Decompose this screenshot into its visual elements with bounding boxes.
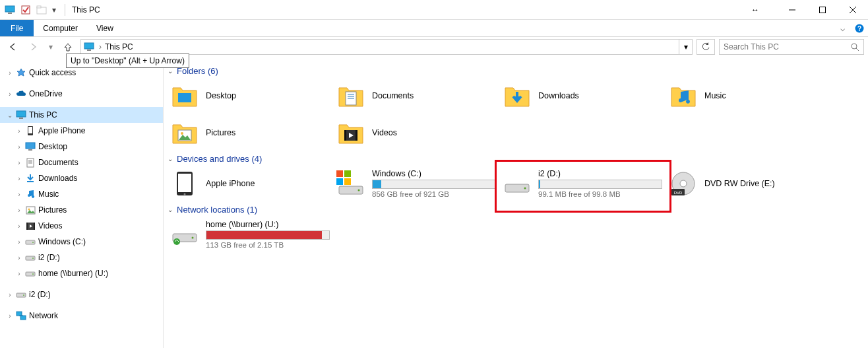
folder-item[interactable]: Videos	[334, 114, 500, 151]
star-icon	[15, 68, 28, 77]
tree-child-icon	[24, 254, 37, 261]
content-pane: ⌄ Folders (6) DesktopDocumentsDownloadsM…	[164, 58, 868, 348]
back-button[interactable]	[4, 39, 21, 55]
drive-item[interactable]: Apple iPhone	[168, 165, 334, 202]
drive-icon	[15, 291, 28, 298]
tree-child-icon	[24, 190, 37, 199]
svg-rect-11	[84, 43, 94, 49]
tree-onedrive[interactable]: › OneDrive	[0, 86, 163, 102]
tree-child[interactable]: ›Pictures	[0, 202, 163, 218]
tree-this-pc[interactable]: ⌄ This PC	[0, 107, 163, 123]
drive-sub: 856 GB free of 921 GB	[372, 190, 497, 198]
tree-child[interactable]: ›i2 (D:)	[0, 250, 163, 265]
tree-child-label: Desktop	[37, 142, 67, 151]
refresh-button[interactable]	[697, 39, 715, 55]
svg-rect-19	[26, 143, 35, 149]
folder-item[interactable]: Pictures	[168, 114, 334, 151]
ribbon-expand-button[interactable]: ⌵	[834, 20, 851, 36]
drive-item[interactable]: i2 (D:)99.1 MB free of 99.8 MB	[500, 165, 666, 202]
drive-icon	[503, 169, 532, 198]
tree-child[interactable]: ›home (\\burner) (U:)	[0, 265, 163, 281]
tree-child-icon	[24, 142, 37, 151]
group-folders-header[interactable]: ⌄ Folders (6)	[168, 66, 860, 76]
cloud-icon	[15, 90, 28, 98]
svg-rect-12	[87, 50, 91, 51]
qat-properties-icon[interactable]	[18, 3, 33, 17]
folder-item[interactable]: Documents	[334, 77, 500, 114]
drive-icon	[170, 169, 199, 198]
qat-customize-dropdown[interactable]: ▾	[50, 3, 58, 17]
capacity-bar	[372, 180, 496, 189]
svg-point-38	[23, 295, 24, 296]
svg-text:?: ?	[857, 25, 861, 32]
drive-label: Windows (C:)	[372, 169, 497, 178]
network-icon	[15, 311, 28, 320]
tab-view[interactable]: View	[87, 20, 123, 36]
svg-rect-50	[344, 130, 346, 141]
folder-icon	[170, 118, 199, 147]
svg-point-27	[28, 208, 30, 210]
svg-point-36	[32, 273, 34, 275]
search-input[interactable]: Search This PC	[719, 39, 864, 55]
folder-item[interactable]: Music	[666, 77, 832, 114]
netdrive-label: home (\\burner) (U:)	[206, 220, 331, 229]
svg-rect-18	[28, 127, 32, 133]
tree-i2-alt[interactable]: › i2 (D:)	[0, 287, 163, 302]
netdrive-item[interactable]: home (\\burner) (U:)113 GB free of 2.15 …	[168, 216, 334, 253]
svg-rect-53	[178, 174, 191, 192]
tree-child[interactable]: ›Videos	[0, 218, 163, 234]
drive-label: DVD RW Drive (E:)	[704, 179, 830, 188]
tree-child-label: Pictures	[37, 205, 67, 215]
folder-item[interactable]: Desktop	[168, 77, 334, 114]
tree-child[interactable]: ›Music	[0, 186, 163, 202]
tree-child-icon	[24, 125, 37, 136]
help-button[interactable]: ?	[851, 20, 868, 36]
up-tooltip: Up to "Desktop" (Alt + Up Arrow)	[66, 53, 189, 68]
drive-item[interactable]: DVDDVD RW Drive (E:)	[666, 165, 832, 202]
tree-child-label: Videos	[37, 221, 62, 230]
nav-tree: › Quick access › OneDrive ⌄ This PC ›App…	[0, 58, 164, 348]
svg-point-34	[32, 258, 34, 259]
qat-pc-icon[interactable]	[3, 3, 17, 17]
tree-child[interactable]: ›Documents	[0, 155, 163, 170]
titlebar: ▾ This PC ↔	[0, 0, 868, 20]
tree-child[interactable]: ›Apple iPhone	[0, 123, 163, 139]
chevron-down-icon: ⌄	[168, 206, 173, 213]
tree-child-label: home (\\burner) (U:)	[37, 269, 108, 278]
address-dropdown[interactable]: ▾	[679, 40, 692, 54]
tree-child-label: i2 (D:)	[37, 253, 60, 262]
drive-icon: DVD	[669, 169, 698, 198]
address-bar[interactable]: › This PC ▾	[80, 39, 693, 55]
tree-child[interactable]: ›Downloads	[0, 170, 163, 186]
svg-point-54	[184, 193, 186, 195]
forward-button[interactable]	[25, 39, 42, 55]
folder-item[interactable]: Downloads	[500, 77, 666, 114]
svg-point-32	[32, 242, 34, 243]
up-button[interactable]	[59, 39, 77, 55]
tree-network[interactable]: › Network	[0, 308, 163, 324]
drive-item[interactable]: Windows (C:)856 GB free of 921 GB	[334, 165, 500, 202]
qat-newfolder-icon[interactable]	[34, 3, 49, 17]
minimize-button[interactable]	[777, 0, 807, 20]
tree-child[interactable]: ›Windows (C:)	[0, 234, 163, 250]
tree-child[interactable]: ›Desktop	[0, 139, 163, 155]
svg-rect-16	[19, 118, 23, 119]
ribbon-tabs: File Computer View ⌵ ?	[0, 20, 868, 37]
recent-locations-dropdown[interactable]: ▾	[46, 39, 55, 55]
svg-rect-1	[8, 13, 12, 14]
chevron-down-icon: ⌄	[168, 155, 173, 162]
netdrive-icon	[170, 220, 199, 249]
group-drives-header[interactable]: ⌄ Devices and drives (4)	[168, 154, 860, 164]
maximize-button[interactable]	[807, 0, 838, 20]
drive-label: i2 (D:)	[538, 169, 664, 178]
svg-rect-40	[20, 316, 26, 320]
group-netloc-header[interactable]: ⌄ Network locations (1)	[168, 205, 860, 215]
close-button[interactable]	[838, 0, 868, 20]
folder-label: Videos	[372, 128, 497, 137]
breadcrumb-sep-icon: ›	[97, 42, 104, 52]
capacity-bar	[538, 180, 662, 189]
tab-computer[interactable]: Computer	[34, 20, 87, 36]
file-tab[interactable]: File	[0, 20, 34, 36]
folder-icon	[170, 81, 199, 110]
breadcrumb-root[interactable]: This PC	[104, 40, 135, 54]
